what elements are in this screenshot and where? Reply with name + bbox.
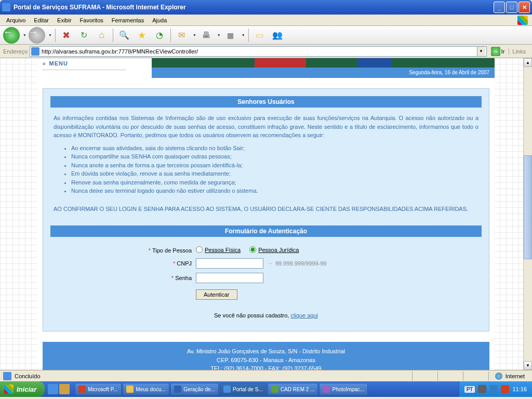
notice-item: Nunca anote a senha de forma a que terce… (71, 161, 482, 170)
task-portal[interactable]: Portal de S... (220, 383, 267, 395)
notice-list: Ao encerrar suas atividades, saia do sis… (50, 144, 482, 201)
windows-flag-icon (517, 16, 528, 25)
task-documents[interactable]: Meus docu... (123, 383, 169, 395)
back-button[interactable]: ← (3, 27, 20, 44)
toolbar: ←▼ →▼ ✖ ↻ ⌂ 🔍 ★ ◔ ✉▼ 🖶▼ ▦▼ ▭ 👥 (0, 26, 532, 45)
forward-button[interactable]: → (29, 27, 45, 44)
edit-icon[interactable]: ▦ (223, 28, 238, 43)
vertical-scrollbar[interactable]: ▲ ▼ (523, 58, 532, 370)
start-button[interactable]: Iniciar (0, 381, 45, 397)
menu-ajuda[interactable]: Ajuda (148, 16, 171, 24)
task-powerpoint[interactable]: Microsoft P... (75, 383, 122, 395)
ql-desktop-icon[interactable] (59, 384, 70, 394)
minimize-button[interactable]: _ (494, 2, 505, 13)
links-label[interactable]: Links (509, 48, 529, 55)
address-url: http://alvaraes.suframa.gov.br:7778/PMNR… (42, 48, 476, 55)
notice-item: Ao encerrar suas atividades, saia do sis… (71, 144, 482, 153)
mail-icon[interactable]: ✉ (174, 28, 190, 43)
tipo-label: Tipo de Pessoa (152, 247, 192, 254)
cnpj-label: CNPJ (177, 260, 192, 267)
menu-ferramentas[interactable]: Ferramentas (108, 16, 148, 24)
menu-divider (43, 70, 126, 70)
cnpj-hint: 99.999.999/9999-99 (275, 260, 326, 267)
address-input[interactable]: http://alvaraes.suframa.gov.br:7778/PMNR… (30, 46, 486, 57)
task-photoimpact[interactable]: PhotoImpac... (319, 383, 368, 395)
senha-input[interactable] (196, 273, 263, 283)
status-bar: Concluído Internet (0, 370, 532, 381)
refresh-icon[interactable]: ↻ (76, 28, 92, 43)
menu-arquivo[interactable]: Arquivo (2, 16, 30, 24)
sidebar-menu[interactable]: » MENU (37, 58, 152, 69)
tray-icon-2[interactable] (489, 385, 498, 393)
task-buttons: Microsoft P... Meus docu... Geração de..… (73, 383, 458, 395)
taskbar: Iniciar Microsoft P... Meus docu... Gera… (0, 381, 532, 397)
form-header: Formulário de Autenticação (50, 225, 482, 237)
clock[interactable]: 11:16 (512, 386, 527, 392)
window-title: Portal de Serviços SUFRAMA - Microsoft I… (14, 4, 494, 11)
folder-icon[interactable]: ▭ (252, 28, 268, 43)
security-zone[interactable]: Internet (491, 373, 529, 380)
menu-arrow-icon: » (43, 61, 46, 66)
quick-launch (45, 384, 73, 394)
menu-bar: Arquivo Editar Exibir Favoritos Ferramen… (0, 15, 532, 26)
home-icon[interactable]: ⌂ (94, 28, 110, 43)
back-dropdown[interactable]: ▼ (23, 33, 26, 37)
notice-item: Nunca compartilhe sua SENHA com quaisque… (71, 152, 482, 161)
stop-icon[interactable]: ✖ (59, 28, 74, 43)
scroll-thumb[interactable] (524, 155, 532, 259)
window-titlebar: Portal de Serviços SUFRAMA - Microsoft I… (0, 0, 532, 15)
date-line: Segunda-feira, 16 de Abril de 2007 (152, 68, 495, 78)
tray-icon-1[interactable] (478, 385, 486, 393)
register-link[interactable]: clique aqui (290, 312, 318, 318)
page-footer: Av. Ministro João Gonçalves de Souza, S/… (43, 342, 489, 370)
senha-label: Senha (175, 275, 192, 281)
address-bar: Endereço http://alvaraes.suframa.gov.br:… (0, 45, 532, 58)
notice-item: Renove sua senha quinzenalmente, como me… (71, 178, 482, 187)
messenger-icon[interactable]: 👥 (270, 28, 285, 43)
search-icon[interactable]: 🔍 (116, 28, 132, 43)
history-icon[interactable]: ◔ (152, 28, 167, 43)
go-button[interactable]: → Ir (489, 47, 507, 56)
ie-icon (2, 3, 10, 11)
tray-icon-3[interactable] (501, 385, 509, 393)
address-dropdown[interactable]: ▼ (477, 47, 485, 56)
system-tray: PT 11:16 (459, 381, 532, 397)
notice-item: Em dúvida sobre violação, renove a sua s… (71, 169, 482, 178)
task-cadrem[interactable]: CAD REM 2 ... (268, 383, 318, 395)
radio-pessoa-fisica[interactable]: Pessoa Física (196, 246, 241, 253)
register-text: Se você não possui cadastro, (214, 312, 290, 318)
globe-icon (495, 373, 502, 380)
notice-intro: As informações contidas nos Sistemas de … (50, 108, 482, 144)
notice-header: Senhores Usuários (50, 96, 482, 108)
notice-footer: AO CONFIRMAR O SEU LOGIN E SENHA PARA AC… (50, 201, 482, 218)
auth-form: Formulário de Autenticação * Tipo de Pes… (50, 225, 482, 324)
cnpj-input[interactable] (196, 258, 263, 269)
scroll-down-button[interactable]: ▼ (524, 361, 532, 370)
address-label: Endereço (3, 48, 28, 55)
language-indicator[interactable]: PT (464, 386, 475, 393)
notice-item: Nunca deixe seu terminal logado quando n… (71, 187, 482, 195)
menu-favoritos[interactable]: Favoritos (76, 16, 108, 24)
print-icon[interactable]: 🖶 (198, 28, 214, 43)
main-panel: Senhores Usuários As informações contida… (43, 88, 489, 331)
scroll-up-button[interactable]: ▲ (524, 58, 532, 67)
autenticar-button[interactable]: Autenticar (196, 289, 237, 300)
maximize-button[interactable]: □ (506, 2, 517, 13)
go-icon: → (491, 47, 500, 56)
status-text: Concluído (15, 373, 410, 379)
menu-editar[interactable]: Editar (30, 16, 53, 24)
menu-exibir[interactable]: Exibir (53, 16, 76, 24)
start-icon (4, 384, 14, 394)
top-banner-image (152, 58, 495, 68)
forward-dropdown[interactable]: ▼ (48, 33, 52, 37)
task-word[interactable]: Geração de... (170, 383, 219, 395)
page-icon (31, 47, 39, 56)
ql-ie-icon[interactable] (48, 384, 58, 394)
favorites-icon[interactable]: ★ (134, 28, 150, 43)
radio-pessoa-juridica[interactable]: Pessoa Jurídica (249, 246, 299, 253)
content-area: » MENU Segunda-feira, 16 de Abril de 200… (0, 58, 532, 370)
close-button[interactable]: ✕ (518, 2, 530, 13)
status-page-icon (3, 372, 11, 380)
